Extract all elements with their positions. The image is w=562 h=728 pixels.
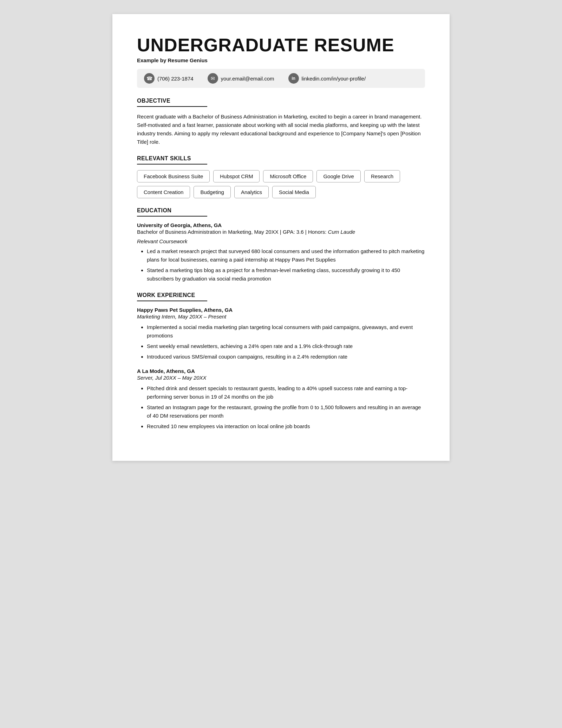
objective-text: Recent graduate with a Bachelor of Busin… xyxy=(137,112,425,146)
job-1-company: Happy Paws Pet Supplies, Athens, GA xyxy=(137,307,425,313)
job-1-bullet-1: Implemented a social media marketing pla… xyxy=(147,323,425,340)
job-2-bullet-3: Recruited 10 new employees via interacti… xyxy=(147,422,425,431)
skill-badge: Facebook Business Suite xyxy=(137,170,210,182)
skills-grid: Facebook Business SuiteHubspot CRMMicros… xyxy=(137,170,425,198)
skill-badge: Social Media xyxy=(272,186,316,198)
experience-section: WORK EXPERIENCE Happy Paws Pet Supplies,… xyxy=(137,292,425,431)
experience-title: WORK EXPERIENCE xyxy=(137,292,425,298)
skill-badge: Microsoft Office xyxy=(263,170,313,182)
edu-bullet-1: Led a market research project that surve… xyxy=(147,247,425,264)
phone-icon: ☎ xyxy=(144,73,155,84)
objective-section: OBJECTIVE Recent graduate with a Bachelo… xyxy=(137,98,425,146)
email-icon: ✉ xyxy=(208,73,218,84)
job-2-bullet-2: Started an Instagram page for the restau… xyxy=(147,403,425,420)
contact-phone: ☎ (706) 223-1874 xyxy=(144,73,194,84)
contact-email: ✉ your.email@email.com xyxy=(208,73,274,84)
objective-title: OBJECTIVE xyxy=(137,98,425,104)
coursework-label: Relevant Coursework xyxy=(137,238,425,244)
education-title: EDUCATION xyxy=(137,207,425,214)
education-entry: University of Georgia, Athens, GA Bachel… xyxy=(137,222,425,283)
resume-title: UNDERGRADUATE RESUME xyxy=(137,35,425,55)
education-divider xyxy=(137,216,207,217)
job-2-title: Server, Jul 20XX – May 20XX xyxy=(137,375,425,381)
job-1: Happy Paws Pet Supplies, Athens, GA Mark… xyxy=(137,307,425,361)
skill-badge: Hubspot CRM xyxy=(213,170,260,182)
resume-page: UNDERGRADUATE RESUME Example by Resume G… xyxy=(112,14,450,461)
experience-divider xyxy=(137,301,207,301)
job-1-bullet-3: Introduced various SMS/email coupon camp… xyxy=(147,353,425,361)
edu-school: University of Georgia, Athens, GA xyxy=(137,222,425,228)
linkedin-icon: in xyxy=(288,73,299,84)
skills-section: RELEVANT SKILLS Facebook Business SuiteH… xyxy=(137,155,425,198)
skill-badge: Content Creation xyxy=(137,186,190,198)
skill-badge: Budgeting xyxy=(194,186,231,198)
edu-bullet-2: Started a marketing tips blog as a proje… xyxy=(147,266,425,283)
contact-linkedin: in linkedin.com/in/your-profile/ xyxy=(288,73,366,84)
job-2: A La Mode, Athens, GA Server, Jul 20XX –… xyxy=(137,368,425,431)
job-1-bullets: Implemented a social media marketing pla… xyxy=(137,323,425,361)
skill-badge: Google Drive xyxy=(316,170,361,182)
job-2-bullets: Pitched drink and dessert specials to re… xyxy=(137,384,425,431)
skill-badge: Research xyxy=(364,170,400,182)
job-1-bullet-2: Sent weekly email newsletters, achieving… xyxy=(147,342,425,350)
edu-degree: Bachelor of Business Administration in M… xyxy=(137,229,425,235)
job-2-company: A La Mode, Athens, GA xyxy=(137,368,425,374)
contact-bar: ☎ (706) 223-1874 ✉ your.email@email.com … xyxy=(137,69,425,88)
job-1-title: Marketing Intern, May 20XX – Present xyxy=(137,314,425,320)
skills-divider xyxy=(137,164,207,165)
education-section: EDUCATION University of Georgia, Athens,… xyxy=(137,207,425,283)
resume-subtitle: Example by Resume Genius xyxy=(137,57,425,63)
objective-divider xyxy=(137,106,207,107)
skill-badge: Analytics xyxy=(234,186,269,198)
job-2-bullet-1: Pitched drink and dessert specials to re… xyxy=(147,384,425,401)
skills-title: RELEVANT SKILLS xyxy=(137,155,425,162)
education-bullets: Led a market research project that surve… xyxy=(137,247,425,283)
